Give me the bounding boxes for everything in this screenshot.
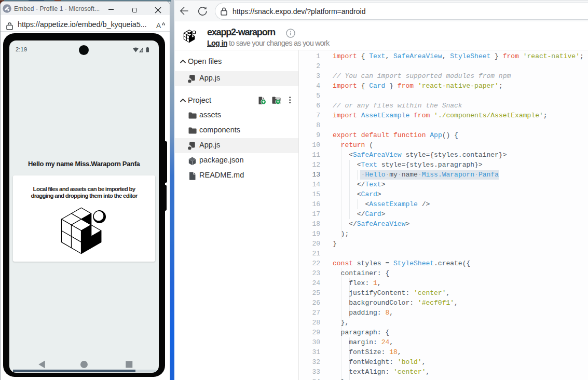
svg-text:A: A xyxy=(156,22,161,30)
